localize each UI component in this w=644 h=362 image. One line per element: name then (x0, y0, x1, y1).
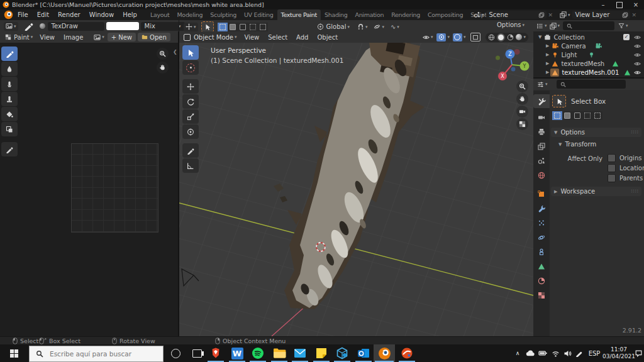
scene-name-field[interactable]: Scene (486, 11, 547, 19)
workspace-panel-header[interactable]: ▶ Workspace ∷∷ (551, 187, 641, 196)
object-visibility-icon[interactable] (423, 34, 430, 41)
minimize-button[interactable]: – (595, 0, 611, 9)
menu-render[interactable]: Render (53, 9, 85, 20)
maximize-button[interactable] (611, 0, 628, 9)
tool-fallback-dropdown[interactable]: ▾ (184, 23, 198, 31)
locations-checkbox[interactable] (608, 164, 616, 172)
brush-color-swatch[interactable] (106, 22, 139, 30)
new-scene-icon[interactable] (538, 12, 545, 18)
soften-tool-button[interactable] (1, 62, 18, 76)
taskbar-app-mail[interactable] (289, 344, 311, 362)
collection-checkbox[interactable]: ✓ (623, 34, 630, 40)
xray-toggle[interactable] (470, 33, 480, 41)
brush-icon[interactable] (24, 21, 33, 31)
transform-subpanel-header[interactable]: ▼ Transform (558, 141, 596, 148)
taskbar-app-blender-active[interactable] (374, 344, 395, 362)
select-box-tool-button[interactable] (182, 45, 199, 60)
move-tool-button[interactable] (182, 79, 199, 94)
smear-tool-button[interactable] (1, 77, 18, 91)
vp-menu-object[interactable]: Object (313, 32, 342, 43)
outliner-row-collection[interactable]: ▼ Collection ✓ (533, 33, 644, 41)
outliner-display-mode-button[interactable]: ▾ (550, 23, 560, 30)
disclosure-right-icon[interactable]: ▶ (546, 61, 549, 66)
taskbar-app-3d-viewer[interactable] (331, 344, 353, 362)
outliner-row-texturedmesh-001[interactable]: ▶ texturedMesh.001 (533, 68, 644, 77)
vp-pan-gizmo[interactable] (516, 93, 528, 105)
open-image-button[interactable]: Open (138, 33, 170, 41)
menu-window[interactable]: Window (85, 9, 118, 20)
onedrive-tray-icon[interactable] (525, 344, 536, 362)
options-dropdown[interactable]: Options ▾ (497, 21, 525, 28)
tab-shading[interactable]: Shading (321, 9, 352, 20)
taskbar-search[interactable] (29, 346, 164, 362)
disclosure-right-icon[interactable]: ▶ (546, 70, 549, 75)
draw-tool-button[interactable] (1, 47, 18, 61)
blender-menu-icon[interactable] (4, 10, 13, 19)
outliner-row-texturedmesh[interactable]: ▶ texturedMesh (533, 59, 644, 68)
taskbar-app-photogrammetry[interactable] (396, 344, 418, 362)
active-tool-button[interactable] (201, 21, 214, 32)
remove-view-layer-icon[interactable]: ✕ (632, 12, 637, 18)
measure-tool-button[interactable] (182, 158, 199, 173)
tab-modeling[interactable]: Modeling (173, 9, 206, 20)
taskbar-search-input[interactable] (48, 349, 158, 358)
light-eye-icon[interactable] (634, 52, 641, 58)
clock[interactable]: 11:07 03/04/2021 (602, 344, 635, 362)
active-tool-icon-box[interactable] (552, 95, 566, 107)
transform-tool-button[interactable] (182, 124, 199, 139)
vp-camera-view-button[interactable] (516, 106, 528, 118)
tab-texture-paint[interactable]: Texture Paint (277, 9, 321, 20)
menu-file[interactable]: File (13, 9, 33, 20)
tab-active-tool[interactable] (533, 94, 550, 108)
props-mode-invert[interactable] (582, 111, 592, 120)
select-mode-intersect[interactable] (258, 23, 268, 31)
task-view-button[interactable] (186, 344, 208, 362)
mesh-eye-icon[interactable] (634, 60, 641, 67)
menu-help[interactable]: Help (118, 9, 142, 20)
collection-eye-icon[interactable] (634, 34, 641, 41)
action-center-button[interactable] (633, 344, 644, 362)
new-view-layer-icon[interactable] (622, 12, 628, 18)
tab-object-data[interactable] (533, 260, 550, 273)
vp-perspective-toggle[interactable] (516, 118, 528, 130)
tab-world[interactable] (533, 168, 550, 182)
properties-search-field[interactable] (557, 80, 626, 89)
viewport-canvas[interactable] (179, 43, 533, 336)
outliner-row-camera[interactable]: ▶ Camera (533, 41, 644, 50)
material-shading-icon[interactable] (507, 34, 514, 41)
tab-render[interactable] (533, 111, 550, 124)
navigation-gizmo[interactable]: Z Y X (496, 49, 532, 84)
parents-checkbox[interactable] (608, 174, 616, 182)
unlink-scene-icon[interactable]: ✕ (548, 12, 553, 18)
scene-icon[interactable] (474, 11, 480, 18)
tab-compositing[interactable]: Compositing (424, 9, 467, 20)
image-menu-view[interactable]: View (35, 32, 59, 43)
taskbar-app-outlook[interactable] (353, 344, 374, 362)
image-pan-gizmo[interactable] (157, 62, 169, 74)
origins-checkbox[interactable] (608, 154, 616, 162)
panel-grip-icon[interactable]: ∷∷ (631, 189, 639, 194)
tab-output[interactable] (533, 125, 550, 139)
taskbar-app-spotify[interactable] (247, 344, 269, 362)
image-menu-image[interactable]: Image (59, 32, 87, 43)
tab-rendering[interactable]: Rendering (387, 9, 424, 20)
taskbar-app-word[interactable]: W (226, 344, 248, 362)
props-mode-extend[interactable] (562, 111, 572, 120)
props-mode-intersect[interactable] (592, 111, 602, 120)
select-mode-new[interactable] (218, 23, 228, 31)
close-button[interactable]: × (628, 0, 644, 9)
vp-menu-view[interactable]: View (240, 32, 264, 43)
mode-dropdown[interactable]: Object Mode ▾ (184, 34, 237, 41)
view-layer-icon[interactable] (560, 11, 567, 18)
props-mode-subtract[interactable] (572, 111, 582, 120)
outliner-filter-button[interactable]: ▾ (618, 23, 628, 29)
solid-shading-active[interactable] (497, 33, 505, 41)
props-mode-new[interactable] (552, 111, 562, 120)
tab-sculpting[interactable]: Sculpting (206, 9, 240, 20)
falloff-dropdown[interactable]: ∿ ▾ (391, 23, 399, 30)
cortana-button[interactable] (165, 344, 186, 362)
annotate-tool-button[interactable] (1, 142, 18, 156)
vp-zoom-gizmo[interactable] (516, 80, 528, 92)
sidebar-collapse-arrow[interactable]: ❮ (173, 49, 177, 55)
select-mode-invert[interactable] (248, 23, 258, 31)
